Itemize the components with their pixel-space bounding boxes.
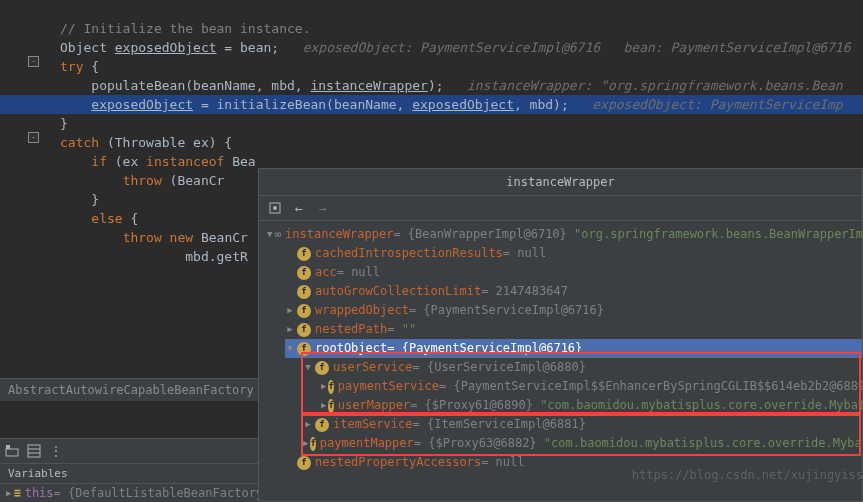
tree-row-selected[interactable]: ▼ f rootObject = {PaymentServiceImpl@671…: [285, 339, 862, 358]
field-icon: f: [328, 399, 333, 413]
svg-rect-0: [6, 449, 18, 456]
tree-row[interactable]: ▼ ∞ instanceWrapper = {BeanWrapperImpl@6…: [267, 225, 862, 244]
field-icon: f: [297, 456, 311, 470]
tree-row[interactable]: ▼ f userService = {UserServiceImpl@6880}: [303, 358, 862, 377]
expand-icon[interactable]: ▶: [321, 377, 326, 396]
collapse-icon[interactable]: ▼: [303, 358, 313, 377]
field-icon: f: [297, 304, 311, 318]
variables-tab[interactable]: Variables: [0, 464, 258, 484]
code-line[interactable]: }: [0, 114, 863, 133]
code-line[interactable]: [0, 0, 863, 19]
expand-icon[interactable]: ▶: [303, 434, 308, 453]
variable-row[interactable]: ▶ ≡ this = {DefaultListableBeanFactory@: [0, 484, 258, 502]
tree-row[interactable]: ▶ f paymentMapper = {$Proxy63@6882} "com…: [303, 434, 862, 453]
field-icon: f: [297, 266, 311, 280]
field-icon: f: [297, 323, 311, 337]
code-line[interactable]: catch (Throwable ex) {: [0, 133, 863, 152]
table-icon[interactable]: [26, 443, 42, 459]
watermark: https://blog.csdn.net/xujingyiss: [632, 468, 863, 482]
field-icon: f: [310, 437, 315, 451]
tree-row[interactable]: ▶ f nestedPath = "": [285, 320, 862, 339]
fold-icon[interactable]: -: [28, 132, 39, 143]
code-line[interactable]: Object exposedObject = bean; exposedObje…: [0, 38, 863, 57]
svg-rect-1: [6, 445, 10, 449]
fold-icon[interactable]: -: [28, 56, 39, 67]
inspect-icon[interactable]: [267, 200, 283, 216]
back-icon[interactable]: ←: [291, 200, 307, 216]
collapse-icon[interactable]: ▼: [267, 225, 272, 244]
tree-row[interactable]: f acc = null: [285, 263, 862, 282]
tree-row[interactable]: ▶ f wrappedObject = {PaymentServiceImpl@…: [285, 301, 862, 320]
link-icon: ∞: [274, 225, 281, 244]
tree-row[interactable]: ▶ f paymentService = {PaymentServiceImpl…: [321, 377, 862, 396]
tree-row[interactable]: ▶ f userMapper = {$Proxy61@6890} "com.ba…: [321, 396, 862, 415]
code-line[interactable]: populateBean(beanName, mbd, instanceWrap…: [0, 76, 863, 95]
expand-icon[interactable]: ▶: [6, 488, 11, 498]
field-icon: f: [297, 285, 311, 299]
debug-title: instanceWrapper: [259, 169, 862, 196]
field-icon: f: [328, 380, 333, 394]
expand-icon[interactable]: ▶: [321, 396, 326, 415]
breadcrumb[interactable]: AbstractAutowireCapableBeanFactory›d: [0, 378, 258, 401]
field-icon: f: [315, 361, 329, 375]
tree-row[interactable]: f cachedIntrospectionResults = null: [285, 244, 862, 263]
forward-icon[interactable]: →: [315, 200, 331, 216]
svg-point-6: [273, 206, 277, 210]
collapse-icon[interactable]: ▼: [285, 339, 295, 358]
field-icon: f: [297, 342, 311, 356]
field-icon: f: [297, 247, 311, 261]
tree-row[interactable]: ▶ f itemService = {ItemServiceImpl@6881}: [303, 415, 862, 434]
expand-icon[interactable]: ▶: [285, 320, 295, 339]
more-icon[interactable]: ⋮: [48, 443, 64, 459]
field-icon: f: [315, 418, 329, 432]
this-icon: ≡: [13, 486, 20, 500]
code-line[interactable]: // Initialize the bean instance.: [0, 19, 863, 38]
expand-icon[interactable]: ▶: [285, 301, 295, 320]
code-line[interactable]: try {: [0, 57, 863, 76]
debug-panel: instanceWrapper ← → ▼ ∞ instanceWrapper …: [258, 168, 863, 502]
code-line-current[interactable]: exposedObject = initializeBean(beanName,…: [0, 95, 863, 114]
expand-icon[interactable]: ▶: [303, 415, 313, 434]
toggle-layout-icon[interactable]: [4, 443, 20, 459]
svg-rect-2: [28, 445, 40, 457]
tree-row[interactable]: f autoGrowCollectionLimit = 2147483647: [285, 282, 862, 301]
